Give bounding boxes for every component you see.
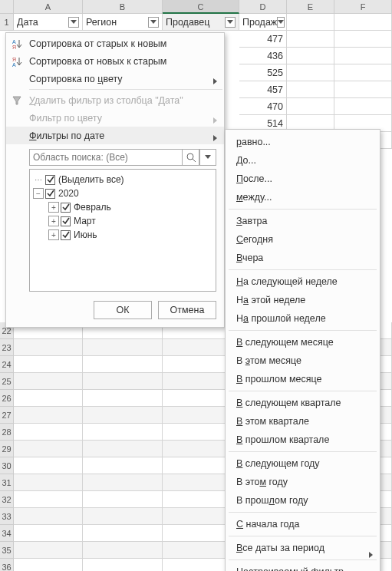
cell[interactable] [14,491,83,508]
select-all-corner[interactable] [0,0,14,14]
row-header-34[interactable]: 34 [0,525,14,542]
date-filter-item-23[interactable]: В прошлом году [226,491,380,510]
checkbox-icon[interactable] [45,175,55,185]
row-header-30[interactable]: 30 [0,457,14,474]
row-header-28[interactable]: 28 [0,424,14,441]
cell[interactable] [334,14,392,31]
row-header-29[interactable]: 29 [0,441,14,457]
sort-by-color[interactable]: Сортировка по цвету [6,70,224,87]
checkbox-icon[interactable] [61,230,71,240]
tree-expand-icon[interactable]: + [48,202,59,213]
row-header-26[interactable]: 26 [0,390,14,407]
cell[interactable] [287,48,334,64]
date-filter-item-18[interactable]: В этом квартале [226,412,380,431]
date-filter-item-9[interactable]: На следующей неделе [226,272,380,291]
date-filter-item-7[interactable]: Вчера [226,249,380,267]
date-filter-item-11[interactable]: На прошлой неделе [226,309,380,328]
date-filter-item-19[interactable]: В прошлом квартале [226,431,380,449]
cell[interactable] [83,339,163,356]
cell[interactable] [14,339,83,356]
cell[interactable] [334,81,392,98]
cell[interactable] [334,48,392,64]
cell[interactable] [83,525,163,542]
cell[interactable] [83,407,163,424]
checkbox-icon[interactable] [61,216,71,226]
date-filter-item-1[interactable]: До... [226,151,380,170]
row-header-25[interactable]: 25 [0,373,14,390]
date-filter-item-6[interactable]: Сегодня [226,230,380,249]
table-header-3[interactable]: Продаж [239,14,287,31]
date-filter-item-21[interactable]: В следующем году [226,454,380,473]
cell[interactable] [14,508,83,525]
cell-d-3[interactable]: 436 [239,48,287,64]
date-filter-item-15[interactable]: В прошлом месяце [226,370,380,388]
cell[interactable] [14,390,83,407]
cell[interactable] [83,474,163,491]
date-filter-item-0[interactable]: равно... [226,133,380,151]
tree-month[interactable]: +Февраль [31,200,214,214]
row-header-31[interactable]: 31 [0,474,14,491]
filter-dropdown-icon[interactable] [277,17,285,28]
cell-d-6[interactable]: 470 [239,98,287,115]
filter-dropdown-icon[interactable] [68,17,79,28]
row-header-32[interactable]: 32 [0,491,14,508]
tree-collapse-icon[interactable]: − [33,188,44,199]
cancel-button[interactable]: Отмена [158,301,216,319]
tree-expand-icon[interactable]: + [48,216,59,226]
filter-values-tree[interactable]: ⋯(Выделить все)−2020+Февраль+Март+Июнь [29,169,216,292]
cell[interactable] [287,64,334,81]
tree-expand-icon[interactable]: + [48,229,59,240]
search-input[interactable] [29,149,183,166]
ok-button[interactable]: ОК [94,301,152,319]
sort-old-to-new[interactable]: АЯСортировка от старых к новым [6,35,224,52]
col-header-F[interactable]: F [334,0,392,14]
cell[interactable] [83,559,163,571]
col-header-B[interactable]: B [83,0,163,14]
cell[interactable] [287,98,334,115]
date-filter-item-13[interactable]: В следующем месяце [226,333,380,352]
cell[interactable] [287,14,334,31]
cell[interactable] [14,424,83,441]
date-filter-item-2[interactable]: После... [226,170,380,188]
tree-select-all[interactable]: ⋯(Выделить все) [31,173,214,186]
col-header-A[interactable]: A [14,0,83,14]
cell[interactable] [14,559,83,571]
cell[interactable] [14,525,83,542]
cell[interactable] [14,457,83,474]
cell-d-2[interactable]: 477 [239,31,287,48]
col-header-C[interactable]: C [163,0,239,14]
cell[interactable] [14,441,83,457]
cell[interactable] [83,457,163,474]
sort-new-to-old[interactable]: ЯАСортировка от новых к старым [6,52,224,70]
checkbox-icon[interactable] [61,203,71,213]
date-filter-item-27[interactable]: Все даты за период [226,539,380,557]
table-header-0[interactable]: Дата [14,14,83,31]
cell[interactable] [83,491,163,508]
cell[interactable] [14,373,83,390]
date-filter-item-22[interactable]: В этом году [226,473,380,491]
cell[interactable] [14,356,83,373]
row-header-33[interactable]: 33 [0,508,14,525]
row-header-24[interactable]: 24 [0,356,14,373]
cell[interactable] [14,474,83,491]
cell[interactable] [83,356,163,373]
date-filter-item-17[interactable]: В следующем квартале [226,394,380,412]
table-header-2[interactable]: Продавец [163,14,239,31]
col-header-E[interactable]: E [287,0,334,14]
cell[interactable] [83,542,163,559]
date-filter-item-3[interactable]: между... [226,188,380,206]
date-filter-item-25[interactable]: С начала года [226,515,380,533]
search-icon[interactable] [183,149,199,166]
cell[interactable] [83,373,163,390]
search-dropdown-icon[interactable] [199,149,216,166]
cell[interactable] [287,81,334,98]
cell[interactable] [334,98,392,115]
cell[interactable] [287,31,334,48]
tree-year[interactable]: −2020 [31,186,214,200]
row-header-1[interactable]: 1 [0,14,14,31]
date-filter-item-29[interactable]: Настраиваемый фильтр... [226,563,380,571]
row-header-35[interactable]: 35 [0,542,14,559]
cell-d-4[interactable]: 525 [239,64,287,81]
cell[interactable] [14,542,83,559]
cell[interactable] [83,390,163,407]
